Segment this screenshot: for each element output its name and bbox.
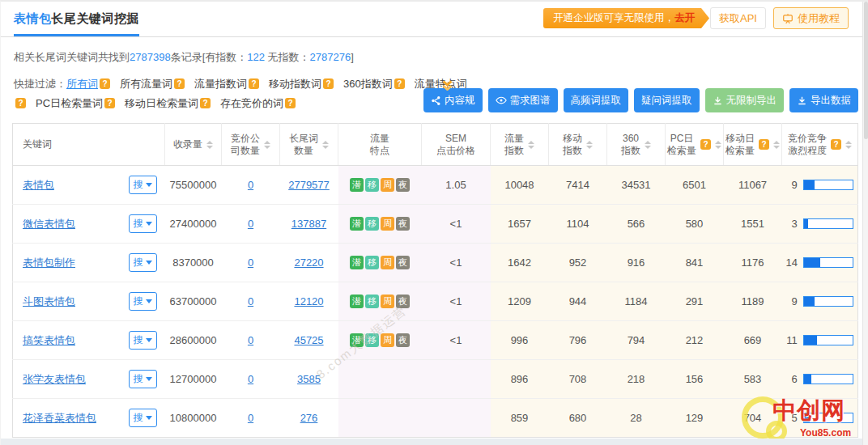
- column-header[interactable]: 360指数: [607, 124, 666, 166]
- filter-item[interactable]: 存在竞价的词?: [220, 97, 296, 109]
- sort-arrows-icon[interactable]: [845, 141, 852, 149]
- column-header[interactable]: 竞价公司数量: [222, 124, 280, 166]
- search-button[interactable]: 搜: [129, 370, 157, 388]
- traffic-tag-badge: 潜: [350, 178, 364, 192]
- filter-item[interactable]: 所有词?: [66, 78, 110, 90]
- column-header[interactable]: 流量指数: [491, 124, 549, 166]
- enterprise-promo-ribbon[interactable]: 开通企业版可享无限使用，去开: [543, 8, 709, 28]
- help-icon[interactable]: ?: [831, 139, 841, 150]
- search-button-label: 搜: [134, 256, 143, 269]
- get-api-button[interactable]: 获取API: [710, 7, 766, 29]
- help-icon[interactable]: ?: [394, 78, 405, 89]
- search-button[interactable]: 搜: [129, 176, 157, 194]
- competition-value: 3: [786, 218, 798, 230]
- longtail-count-link[interactable]: 12120: [294, 295, 323, 307]
- sort-arrows-icon[interactable]: [322, 141, 329, 149]
- filter-item-label[interactable]: 存在竞价的词: [220, 97, 283, 109]
- column-header[interactable]: 竞价竞争激烈程度?: [782, 124, 858, 166]
- column-header[interactable]: 移动日检索量?: [724, 124, 782, 166]
- search-button[interactable]: 搜: [129, 292, 157, 311]
- search-button[interactable]: 搜: [129, 331, 157, 350]
- filter-item-label[interactable]: 移动日检索量词: [125, 97, 198, 109]
- filter-item[interactable]: 360指数词?: [343, 78, 405, 90]
- promo-go-link[interactable]: 去开: [674, 12, 695, 23]
- filter-item-label[interactable]: 流量指数词: [194, 78, 247, 90]
- mobile-daily-search: 704: [724, 399, 782, 438]
- longtail-count-link[interactable]: 2779577: [288, 179, 330, 191]
- scrollbar-thumb[interactable]: [864, 2, 868, 139]
- column-header[interactable]: 移动指数: [549, 124, 607, 166]
- traffic-tag-badge: 移: [365, 295, 379, 308]
- action-button[interactable]: 高频词提取: [564, 88, 629, 112]
- competition-bar: [803, 218, 853, 229]
- longtail-count-link[interactable]: 45725: [294, 334, 323, 346]
- filter-item-label[interactable]: PC日检索量词: [36, 97, 103, 109]
- search-button[interactable]: 搜: [129, 214, 157, 233]
- bid-companies-link[interactable]: 0: [248, 373, 253, 385]
- filter-item[interactable]: 移动日检索量词?: [125, 97, 211, 109]
- filter-item[interactable]: 所有流量词?: [120, 78, 185, 90]
- help-icon[interactable]: ?: [285, 98, 296, 108]
- traffic-tag-badge: 夜: [396, 295, 410, 308]
- column-header[interactable]: 长尾词数量: [280, 124, 338, 166]
- collected-count: 12700000: [165, 360, 222, 399]
- search-button[interactable]: 搜: [129, 253, 157, 272]
- collected-count: 10800000: [165, 399, 222, 438]
- sort-arrows-icon[interactable]: [645, 141, 651, 149]
- keyword-link[interactable]: 表情包制作: [23, 256, 75, 270]
- bid-companies-link[interactable]: 0: [248, 334, 253, 346]
- filter-item-label[interactable]: 所有词: [66, 78, 98, 90]
- filter-item[interactable]: PC日检索量词?: [36, 97, 115, 109]
- help-icon[interactable]: ?: [15, 98, 26, 108]
- vertical-scrollbar[interactable]: [862, 2, 868, 445]
- longtail-count-link[interactable]: 276: [300, 412, 318, 424]
- column-header[interactable]: PC日检索量?: [666, 124, 724, 166]
- help-icon[interactable]: ?: [759, 139, 769, 150]
- mobile-daily-search: 1176: [724, 244, 782, 282]
- help-icon[interactable]: ?: [200, 98, 211, 108]
- keyword-link[interactable]: 微信表情包: [23, 217, 75, 231]
- filter-item[interactable]: 流量指数词?: [194, 78, 259, 90]
- keyword-link[interactable]: 花泽香菜表情包: [23, 411, 96, 426]
- bid-companies-link[interactable]: 0: [248, 256, 253, 269]
- bid-companies-link[interactable]: 0: [248, 218, 253, 230]
- sort-arrows-icon[interactable]: [528, 141, 534, 149]
- column-header[interactable]: 收录量: [165, 124, 222, 166]
- keyword-link[interactable]: 表情包: [23, 178, 54, 193]
- help-icon[interactable]: ?: [104, 98, 115, 108]
- help-icon[interactable]: ?: [323, 78, 334, 89]
- search-button[interactable]: 搜: [129, 409, 157, 427]
- keyword-link[interactable]: 斗图表情包: [23, 295, 75, 309]
- keyword-link[interactable]: 张学友表情包: [23, 372, 86, 387]
- longtail-count-link[interactable]: 27220: [294, 256, 323, 269]
- help-icon[interactable]: ?: [100, 78, 110, 89]
- action-button[interactable]: 无限制导出: [705, 88, 785, 112]
- filter-item[interactable]: 移动指数词?: [269, 78, 334, 90]
- help-icon[interactable]: ?: [249, 78, 259, 89]
- longtail-count-link[interactable]: 3585: [297, 373, 321, 385]
- keyword-link[interactable]: 搞笑表情包: [23, 333, 75, 348]
- tutorial-button[interactable]: 使用教程: [773, 7, 849, 29]
- eye-icon: [496, 95, 507, 106]
- tab-keyword-mining[interactable]: 表情包长尾关键词挖掘: [14, 11, 139, 36]
- help-icon[interactable]: ?: [174, 78, 185, 89]
- action-button[interactable]: 疑问词提取: [634, 88, 700, 112]
- filter-item-label[interactable]: 移动指数词: [269, 78, 321, 90]
- sort-arrows-icon[interactable]: [586, 141, 593, 149]
- bid-companies-link[interactable]: 0: [248, 179, 253, 191]
- sort-arrows-icon[interactable]: [206, 141, 213, 149]
- bid-companies-link[interactable]: 0: [248, 412, 253, 424]
- action-button[interactable]: 需求图谱: [488, 88, 558, 112]
- filter-item-label[interactable]: 360指数词: [343, 78, 393, 90]
- competition-value: 9: [786, 179, 798, 191]
- filter-item-label[interactable]: 所有流量词: [120, 78, 172, 90]
- longtail-count-link[interactable]: 137887: [291, 218, 326, 230]
- traffic-tag-badge: 夜: [396, 256, 410, 269]
- sort-arrows-icon[interactable]: [773, 141, 780, 149]
- sort-arrows-icon[interactable]: [715, 141, 721, 149]
- traffic-tag-badge: 移: [365, 217, 379, 231]
- sort-arrows-icon[interactable]: [264, 141, 270, 149]
- action-button[interactable]: 导出数据: [789, 88, 858, 112]
- help-icon[interactable]: ?: [700, 139, 711, 150]
- bid-companies-link[interactable]: 0: [248, 295, 253, 307]
